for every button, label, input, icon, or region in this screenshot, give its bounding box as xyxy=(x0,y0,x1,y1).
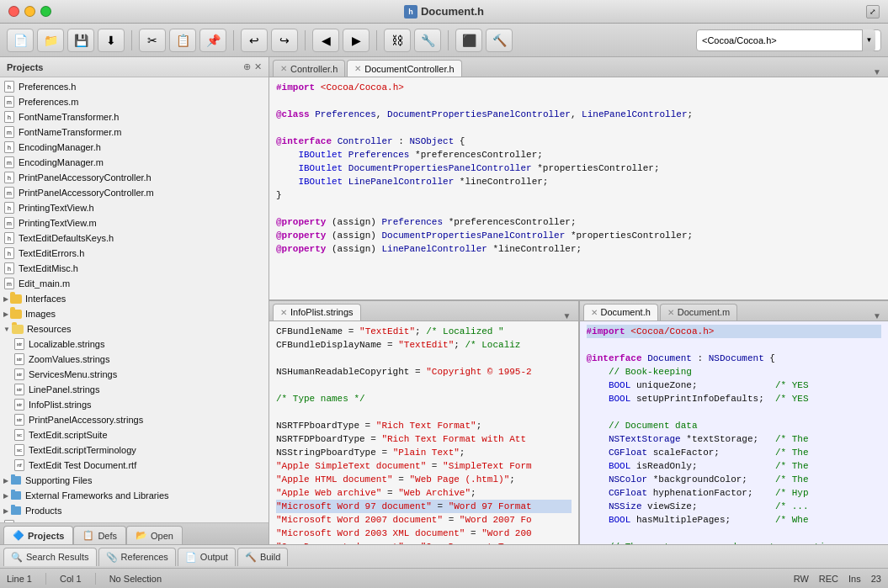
list-item[interactable]: rtf TextEdit Test Document.rtf xyxy=(0,458,269,473)
list-item[interactable]: m PrintPanelAccessoryController.m xyxy=(0,185,269,200)
sidebar-tab-open[interactable]: 📂 Open xyxy=(126,526,183,544)
bookmark-button[interactable]: 🔧 xyxy=(414,29,441,52)
header-combo[interactable]: <Cocoa/Cocoa.h> ▼ xyxy=(696,29,881,51)
tab-close-icon[interactable]: ✕ xyxy=(280,308,287,317)
link-button[interactable]: ⛓ xyxy=(384,29,411,52)
code-line: @property (assign) DocumentPropertiesPan… xyxy=(276,229,881,242)
list-item[interactable]: ▼ Resources xyxy=(0,321,269,336)
tab-document-h[interactable]: ✕ Document.h xyxy=(583,304,658,320)
folder-open-icon xyxy=(12,323,24,335)
new-file-button[interactable]: 📄 xyxy=(7,29,34,52)
bottom-right-code-editor[interactable]: #import <Cocoa/Cocoa.h> @interface Docum… xyxy=(580,321,889,545)
tab-infoplist-strings[interactable]: ✕ InfoPlist.strings xyxy=(273,304,361,320)
list-item[interactable]: str ZoomValues.strings xyxy=(0,352,269,367)
list-item[interactable]: h TextEditMisc.h xyxy=(0,261,269,276)
code-line: CGFloat scaleFactor; /* The xyxy=(587,446,882,459)
bottom-tab-output[interactable]: 📄 Output xyxy=(178,548,236,566)
tab-document-m[interactable]: ✕ Document.m xyxy=(660,304,737,320)
sidebar-title: Projects xyxy=(7,62,43,72)
tab-scroll-arrow[interactable]: ▼ xyxy=(869,67,885,77)
list-item[interactable]: m FontNameTransformer.m xyxy=(0,124,269,140)
toolbar-right: <Cocoa/Cocoa.h> ▼ xyxy=(696,29,881,51)
list-item[interactable]: h TextEditDefaultsKeys.h xyxy=(0,230,269,246)
code-line: "Apple SimpleText document" = "SimpleTex… xyxy=(276,459,572,473)
code-line: // Book-keeping xyxy=(587,365,882,379)
list-item[interactable]: ▶ Supporting Files xyxy=(0,473,269,488)
save-button[interactable]: 💾 xyxy=(67,29,94,52)
code-line: @interface Document : NSDocument { xyxy=(587,352,882,365)
list-item[interactable]: sc TextEdit.scriptSuite xyxy=(0,427,269,442)
code-line: NSHumanReadableCopyright = "Copyright © … xyxy=(276,365,572,379)
code-line xyxy=(276,94,881,108)
output-icon: 📄 xyxy=(185,552,197,563)
tab-scroll-arrow[interactable]: ▼ xyxy=(560,311,575,320)
toolbar: 📄 📁 💾 ⬇ ✂ 📋 📌 ↩ ↪ ◀ ▶ ⛓ 🔧 ⬛ 🔨 <Cocoa/Coc… xyxy=(0,24,888,57)
list-item[interactable]: str LinePanel.strings xyxy=(0,382,269,397)
bottom-tab-search-results[interactable]: 🔍 Search Results xyxy=(3,548,97,566)
code-line-highlighted: "Microsoft Word 97 document" = "Word 97 … xyxy=(276,500,572,513)
expand-button[interactable]: ⤢ xyxy=(866,5,880,19)
back-button[interactable]: ◀ xyxy=(312,29,339,52)
top-code-editor[interactable]: #import <Cocoa/Cocoa.h> @class Preferenc… xyxy=(269,77,888,299)
list-item[interactable]: str Localizable.strings xyxy=(0,336,269,352)
screen-button[interactable]: ⬛ xyxy=(455,29,482,52)
sidebar-tab-projects[interactable]: 🔷 Projects xyxy=(3,526,73,544)
list-item[interactable]: str ServicesMenu.strings xyxy=(0,367,269,382)
undo-button[interactable]: ↩ xyxy=(241,29,268,52)
close-button[interactable] xyxy=(8,6,19,17)
list-item[interactable]: m Preferences.m xyxy=(0,94,269,109)
tab-close-icon[interactable]: ✕ xyxy=(280,64,287,73)
close-sidebar-button[interactable]: ✕ xyxy=(254,61,262,72)
tab-documentcontroller-h[interactable]: ✕ DocumentController.h xyxy=(347,60,461,77)
pin-button[interactable]: ⊕ xyxy=(243,61,251,72)
list-item[interactable]: str PrintPanelAccessory.strings xyxy=(0,412,269,427)
tab-close-icon[interactable]: ✕ xyxy=(354,64,361,73)
code-line: "Microsoft Word 2007 document" = "Word 2… xyxy=(276,513,572,527)
list-item[interactable]: m Edit_main.m xyxy=(0,276,269,291)
code-line xyxy=(276,202,881,215)
tab-close-icon[interactable]: ✕ xyxy=(667,308,674,317)
code-line: IBOutlet LinePanelController *lineContro… xyxy=(276,175,881,188)
list-item[interactable]: h TextEditErrors.h xyxy=(0,246,269,261)
combo-arrow[interactable]: ▼ xyxy=(862,29,875,51)
status-right: RW REC Ins 23 xyxy=(794,574,881,584)
open-button[interactable]: 📁 xyxy=(37,29,64,52)
bottom-left-code-editor[interactable]: CFBundleName = "TextEdit"; /* Localized … xyxy=(269,321,578,545)
list-item[interactable]: ▶ Interfaces xyxy=(0,291,269,306)
separator4 xyxy=(376,30,377,50)
tab-controller-h[interactable]: ✕ Controller.h xyxy=(273,60,345,77)
status-rw: RW xyxy=(794,574,809,584)
separator3 xyxy=(305,30,306,50)
list-item[interactable]: h EncodingManager.h xyxy=(0,140,269,155)
list-item[interactable]: m EncodingManager.m xyxy=(0,155,269,170)
minimize-button[interactable] xyxy=(24,6,35,17)
tab-scroll-arrow[interactable]: ▼ xyxy=(869,311,885,320)
save-all-button[interactable]: ⬇ xyxy=(98,29,125,52)
redo-button[interactable]: ↪ xyxy=(271,29,298,52)
code-line: "OpenDocument document" = "OpenDocument … xyxy=(276,540,572,545)
file-icon: str xyxy=(13,338,25,350)
forward-button[interactable]: ▶ xyxy=(343,29,370,52)
list-item[interactable]: h PrintingTextView.h xyxy=(0,200,269,215)
list-item[interactable]: m PrintingTextView.m xyxy=(0,215,269,230)
list-item[interactable]: ▶ Images xyxy=(0,306,269,321)
list-item[interactable]: ▶ External Frameworks and Libraries xyxy=(0,488,269,503)
list-item[interactable]: str InfoPlist.strings xyxy=(0,397,269,412)
list-item[interactable]: h PrintPanelAccessoryController.h xyxy=(0,170,269,185)
code-line: CFBundleDisplayName = "TextEdit"; /* Loc… xyxy=(276,338,572,352)
bottom-tab-references[interactable]: 📎 References xyxy=(98,548,176,566)
build-button[interactable]: 🔨 xyxy=(486,29,513,52)
triangle-icon: ▼ xyxy=(3,326,10,333)
maximize-button[interactable] xyxy=(40,6,51,17)
tab-close-icon[interactable]: ✕ xyxy=(591,308,598,317)
list-item[interactable]: h Preferences.h xyxy=(0,79,269,94)
cut-button[interactable]: ✂ xyxy=(139,29,166,52)
bottom-tab-build[interactable]: 🔨 Build xyxy=(237,548,288,566)
list-item[interactable]: ▶ Products xyxy=(0,503,269,518)
code-line: "Microsoft Word 2003 XML document" = "Wo… xyxy=(276,527,572,540)
list-item[interactable]: sc TextEdit.scriptTerminology xyxy=(0,442,269,458)
sidebar-tab-defs[interactable]: 📋 Defs xyxy=(73,526,126,544)
list-item[interactable]: h FontNameTransformer.h xyxy=(0,109,269,124)
copy-button[interactable]: 📋 xyxy=(169,29,196,52)
paste-button[interactable]: 📌 xyxy=(199,29,226,52)
